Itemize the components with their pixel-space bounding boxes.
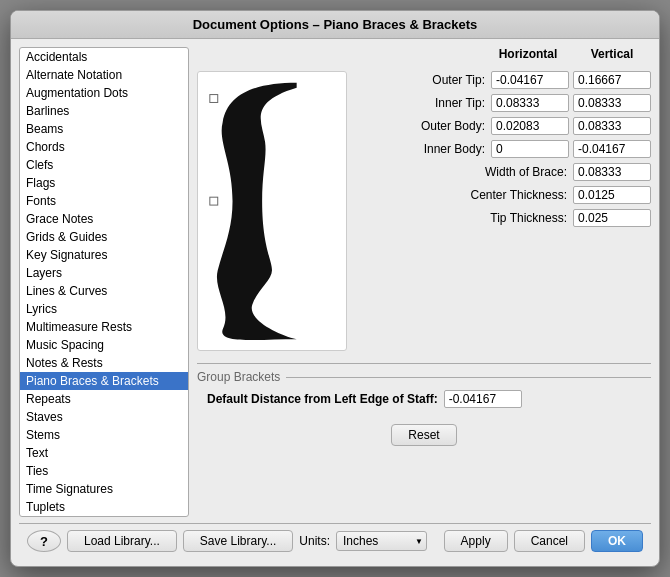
col-horizontal: Horizontal	[489, 47, 567, 61]
center-thickness-row: Center Thickness:	[353, 186, 651, 204]
help-button[interactable]: ?	[27, 530, 61, 552]
column-headers: Horizontal Vertical	[197, 47, 651, 61]
sidebar-item-ties[interactable]: Ties	[20, 462, 188, 480]
outer-body-row: Outer Body:	[353, 117, 651, 135]
sidebar-item-piano-braces--brackets[interactable]: Piano Braces & Brackets	[20, 372, 188, 390]
tip-thickness-label: Tip Thickness:	[490, 211, 567, 225]
inner-tip-v[interactable]	[573, 94, 651, 112]
ok-button[interactable]: OK	[591, 530, 643, 552]
sidebar-item-repeats[interactable]: Repeats	[20, 390, 188, 408]
cancel-button[interactable]: Cancel	[514, 530, 585, 552]
group-brackets-section: Group Brackets Default Distance from Lef…	[197, 363, 651, 408]
tip-thickness-row: Tip Thickness:	[353, 209, 651, 227]
title-bar: Document Options – Piano Braces & Bracke…	[11, 11, 659, 39]
sidebar-item-multimeasure-rests[interactable]: Multimeasure Rests	[20, 318, 188, 336]
outer-tip-h[interactable]	[491, 71, 569, 89]
inner-body-inputs	[491, 140, 651, 158]
brace-svg	[198, 72, 346, 350]
group-brackets-row: Default Distance from Left Edge of Staff…	[197, 390, 651, 408]
right-panel: Horizontal Vertical	[197, 47, 651, 517]
sidebar-item-time-signatures[interactable]: Time Signatures	[20, 480, 188, 498]
sidebar-item-lines--curves[interactable]: Lines & Curves	[20, 282, 188, 300]
dialog-window: Document Options – Piano Braces & Bracke…	[10, 10, 660, 567]
outer-body-v[interactable]	[573, 117, 651, 135]
sidebar-item-grids--guides[interactable]: Grids & Guides	[20, 228, 188, 246]
sidebar-item-layers[interactable]: Layers	[20, 264, 188, 282]
dialog-title: Document Options – Piano Braces & Bracke…	[193, 17, 478, 32]
outer-tip-inputs	[491, 71, 651, 89]
sidebar-item-notes--rests[interactable]: Notes & Rests	[20, 354, 188, 372]
units-select[interactable]: Inches Centimeters Points Spaces	[336, 531, 427, 551]
svg-rect-1	[210, 197, 218, 205]
main-content: AccidentalsAlternate NotationAugmentatio…	[19, 47, 651, 517]
width-brace-label: Width of Brace:	[485, 165, 567, 179]
inner-body-label: Inner Body:	[424, 142, 485, 156]
distance-input[interactable]	[444, 390, 522, 408]
sidebar-item-augmentation-dots[interactable]: Augmentation Dots	[20, 84, 188, 102]
distance-label: Default Distance from Left Edge of Staff…	[207, 392, 438, 406]
width-brace-inputs	[573, 163, 651, 181]
svg-rect-0	[210, 95, 218, 103]
sidebar-item-beams[interactable]: Beams	[20, 120, 188, 138]
sidebar-item-flags[interactable]: Flags	[20, 174, 188, 192]
sidebar-item-alternate-notation[interactable]: Alternate Notation	[20, 66, 188, 84]
sidebar-item-grace-notes[interactable]: Grace Notes	[20, 210, 188, 228]
group-brackets-title: Group Brackets	[197, 370, 651, 384]
inner-tip-inputs	[491, 94, 651, 112]
sidebar-item-barlines[interactable]: Barlines	[20, 102, 188, 120]
center-thickness-h[interactable]	[573, 186, 651, 204]
sidebar-item-accidentals[interactable]: Accidentals	[20, 48, 188, 66]
units-wrapper[interactable]: Inches Centimeters Points Spaces ▼	[336, 531, 427, 551]
units-label: Units:	[299, 534, 330, 548]
width-brace-h[interactable]	[573, 163, 651, 181]
width-brace-row: Width of Brace:	[353, 163, 651, 181]
inner-tip-row: Inner Tip:	[353, 94, 651, 112]
sidebar-item-stems[interactable]: Stems	[20, 426, 188, 444]
group-brackets-label: Group Brackets	[197, 370, 280, 384]
center-thickness-label: Center Thickness:	[471, 188, 568, 202]
sidebar-item-fonts[interactable]: Fonts	[20, 192, 188, 210]
reset-button[interactable]: Reset	[391, 424, 456, 446]
inner-body-v[interactable]	[573, 140, 651, 158]
tip-thickness-inputs	[573, 209, 651, 227]
sidebar-item-chords[interactable]: Chords	[20, 138, 188, 156]
sidebar-item-lyrics[interactable]: Lyrics	[20, 300, 188, 318]
center-thickness-inputs	[573, 186, 651, 204]
save-library-button[interactable]: Save Library...	[183, 530, 293, 552]
apply-button[interactable]: Apply	[444, 530, 508, 552]
sidebar-item-text[interactable]: Text	[20, 444, 188, 462]
inner-tip-h[interactable]	[491, 94, 569, 112]
outer-tip-v[interactable]	[573, 71, 651, 89]
inner-body-h[interactable]	[491, 140, 569, 158]
sidebar-item-staves[interactable]: Staves	[20, 408, 188, 426]
inner-body-row: Inner Body:	[353, 140, 651, 158]
inner-tip-label: Inner Tip:	[435, 96, 485, 110]
col-vertical: Vertical	[573, 47, 651, 61]
outer-tip-row: Outer Tip:	[353, 71, 651, 89]
load-library-button[interactable]: Load Library...	[67, 530, 177, 552]
brace-main: Outer Tip: Inner Tip:	[197, 71, 651, 351]
tip-thickness-h[interactable]	[573, 209, 651, 227]
outer-body-inputs	[491, 117, 651, 135]
sidebar-item-tuplets[interactable]: Tuplets	[20, 498, 188, 516]
reset-area: Reset	[197, 424, 651, 446]
brace-canvas	[197, 71, 347, 351]
bottom-bar: ? Load Library... Save Library... Units:…	[19, 523, 651, 558]
sidebar-item-music-spacing[interactable]: Music Spacing	[20, 336, 188, 354]
fields-section: Outer Tip: Inner Tip:	[353, 71, 651, 351]
sidebar-item-key-signatures[interactable]: Key Signatures	[20, 246, 188, 264]
outer-body-h[interactable]	[491, 117, 569, 135]
outer-tip-label: Outer Tip:	[432, 73, 485, 87]
dialog-body: AccidentalsAlternate NotationAugmentatio…	[11, 39, 659, 566]
sidebar-item-clefs[interactable]: Clefs	[20, 156, 188, 174]
sidebar-list[interactable]: AccidentalsAlternate NotationAugmentatio…	[19, 47, 189, 517]
outer-body-label: Outer Body:	[421, 119, 485, 133]
